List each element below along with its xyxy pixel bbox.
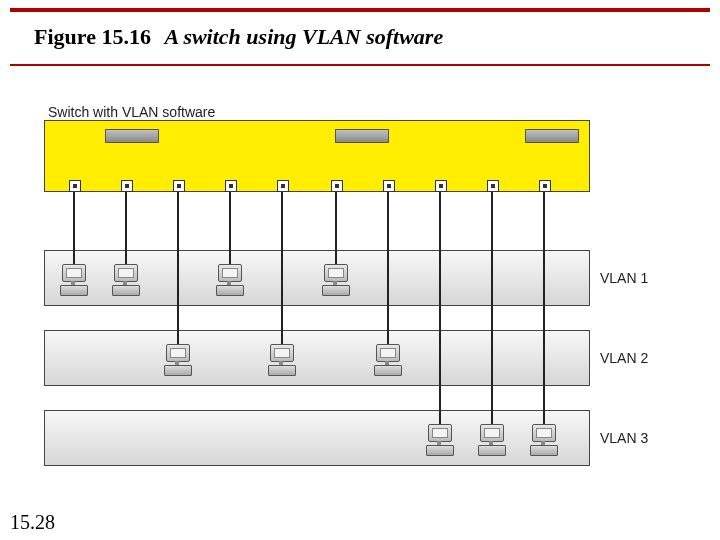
computer-icon <box>214 264 246 296</box>
computer-icon <box>476 424 508 456</box>
mid-rule <box>10 64 710 66</box>
switch-port <box>69 180 81 192</box>
cable <box>125 192 127 264</box>
cable <box>439 192 441 424</box>
cable <box>491 192 493 424</box>
switch-chip <box>525 129 579 143</box>
switch-chip <box>335 129 389 143</box>
computer-icon <box>162 344 194 376</box>
switch-port <box>487 180 499 192</box>
cable <box>177 192 179 344</box>
cable <box>387 192 389 344</box>
switch-port <box>277 180 289 192</box>
cable <box>229 192 231 264</box>
computer-icon <box>424 424 456 456</box>
figure-title: Figure 15.16 A switch using VLAN softwar… <box>34 24 443 50</box>
cable <box>335 192 337 264</box>
switch-chip <box>105 129 159 143</box>
figure-caption: A switch using VLAN software <box>164 24 443 49</box>
vlan-diagram: VLAN 1 VLAN 2 VLAN 3 <box>44 120 650 480</box>
computer-icon <box>528 424 560 456</box>
switch-port <box>331 180 343 192</box>
switch-port <box>435 180 447 192</box>
computer-icon <box>372 344 404 376</box>
switch-port <box>173 180 185 192</box>
switch-port <box>121 180 133 192</box>
switch-port <box>539 180 551 192</box>
vlan-panel-3 <box>44 410 590 466</box>
top-rule <box>10 8 710 12</box>
cable <box>73 192 75 264</box>
cable <box>543 192 545 424</box>
vlan-label-1: VLAN 1 <box>600 270 648 286</box>
computer-icon <box>58 264 90 296</box>
switch-port <box>225 180 237 192</box>
computer-icon <box>266 344 298 376</box>
switch-panel <box>44 120 590 192</box>
vlan-label-2: VLAN 2 <box>600 350 648 366</box>
switch-label: Switch with VLAN software <box>48 104 215 120</box>
figure-number: Figure 15.16 <box>34 24 151 49</box>
switch-port <box>383 180 395 192</box>
computer-icon <box>320 264 352 296</box>
vlan-panel-2 <box>44 330 590 386</box>
vlan-label-3: VLAN 3 <box>600 430 648 446</box>
cable <box>281 192 283 344</box>
page-number: 15.28 <box>10 511 55 534</box>
slide-page: Figure 15.16 A switch using VLAN softwar… <box>0 0 720 540</box>
computer-icon <box>110 264 142 296</box>
